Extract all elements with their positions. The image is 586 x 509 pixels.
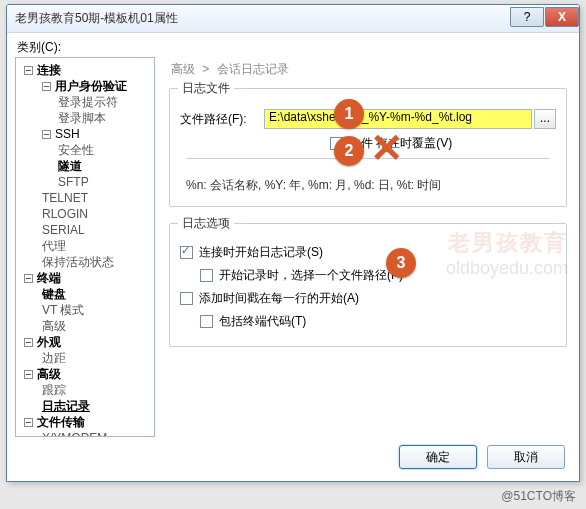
tree-keyboard[interactable]: 键盘 — [18, 286, 152, 302]
tree-xymodem[interactable]: X/YMODEM — [18, 430, 152, 437]
category-tree[interactable]: 连接 用户身份验证 登录提示符 登录脚本 SSH 安全性 隧道 SFTP TEL… — [15, 57, 155, 437]
tree-proxy[interactable]: 代理 — [18, 238, 152, 254]
termcode-label: 包括终端代码(T) — [219, 313, 306, 330]
crumb-advanced: 高级 — [171, 62, 195, 76]
credit: @51CTO博客 — [501, 488, 576, 505]
tree-terminal[interactable]: 终端 — [18, 270, 152, 286]
tree-appearance[interactable]: 外观 — [18, 334, 152, 350]
log-file-legend: 日志文件 — [178, 80, 234, 97]
ask-path-label: 开始记录时，选择一个文件路径(P) — [219, 267, 403, 284]
annotation-badge-2: 2 — [334, 136, 364, 166]
tree-keepalive[interactable]: 保持活动状态 — [18, 254, 152, 270]
titlebar: 老男孩教育50期-模板机01属性 ? X — [7, 5, 579, 33]
dialog-buttons: 确定 取消 — [399, 445, 565, 469]
close-button[interactable]: X — [545, 7, 579, 27]
tree-tunnel[interactable]: 隧道 — [18, 158, 152, 174]
tree-serial[interactable]: SERIAL — [18, 222, 152, 238]
path-label: 文件路径(F): — [180, 111, 264, 128]
annotation-x-icon: ✕ — [370, 128, 404, 168]
tree-log[interactable]: 日志记录 — [18, 398, 152, 414]
help-button[interactable]: ? — [510, 7, 544, 27]
tree-ssh[interactable]: SSH — [18, 126, 152, 142]
termcode-checkbox[interactable] — [200, 315, 213, 328]
browse-button[interactable]: ... — [534, 109, 556, 129]
log-options-group: 日志选项 连接时开始日志记录(S) 开始记录时，选择一个文件路径(P) 添加时间… — [169, 223, 567, 347]
ask-path-checkbox[interactable] — [200, 269, 213, 282]
tree-file-transfer[interactable]: 文件传输 — [18, 414, 152, 430]
tree-auth[interactable]: 用户身份验证 — [18, 78, 152, 94]
format-help: %n: 会话名称, %Y: 年, %m: 月, %d: 日, %t: 时间 — [180, 169, 556, 196]
log-file-group: 日志文件 文件路径(F): E:\data\xshell\%n_%Y-%m-%d… — [169, 88, 567, 207]
tree-sftp[interactable]: SFTP — [18, 174, 152, 190]
settings-panel: 高级 > 会话日志记录 日志文件 文件路径(F): E:\data\xshell… — [165, 57, 571, 437]
tree-margin[interactable]: 边距 — [18, 350, 152, 366]
annotation-badge-3: 3 — [386, 248, 416, 278]
ok-button[interactable]: 确定 — [399, 445, 477, 469]
crumb-page: 会话日志记录 — [217, 62, 289, 76]
timestamp-checkbox[interactable] — [180, 292, 193, 305]
tree-trace[interactable]: 跟踪 — [18, 382, 152, 398]
tree-advanced[interactable]: 高级 — [18, 366, 152, 382]
tree-connection[interactable]: 连接 — [18, 62, 152, 78]
start-on-connect-checkbox[interactable] — [180, 246, 193, 259]
tree-script[interactable]: 登录脚本 — [18, 110, 152, 126]
tree-advanced-terminal[interactable]: 高级 — [18, 318, 152, 334]
client-area: 类别(C): 连接 用户身份验证 登录提示符 登录脚本 SSH 安全性 隧道 S… — [15, 39, 571, 437]
tree-security[interactable]: 安全性 — [18, 142, 152, 158]
timestamp-label: 添加时间戳在每一行的开始(A) — [199, 290, 359, 307]
separator — [186, 158, 550, 159]
tree-rlogin[interactable]: RLOGIN — [18, 206, 152, 222]
crumb-sep: > — [202, 62, 209, 76]
tree-prompt[interactable]: 登录提示符 — [18, 94, 152, 110]
start-on-connect-label: 连接时开始日志记录(S) — [199, 244, 323, 261]
window-buttons: ? X — [510, 11, 579, 27]
tree-vt[interactable]: VT 模式 — [18, 302, 152, 318]
tree-telnet[interactable]: TELNET — [18, 190, 152, 206]
dialog-window: 老男孩教育50期-模板机01属性 ? X 类别(C): 连接 用户身份验证 登录… — [6, 4, 580, 482]
annotation-badge-1: 1 — [334, 99, 364, 129]
window-title: 老男孩教育50期-模板机01属性 — [15, 10, 510, 27]
cancel-button[interactable]: 取消 — [487, 445, 565, 469]
category-label: 类别(C): — [17, 39, 61, 56]
log-options-legend: 日志选项 — [178, 215, 234, 232]
